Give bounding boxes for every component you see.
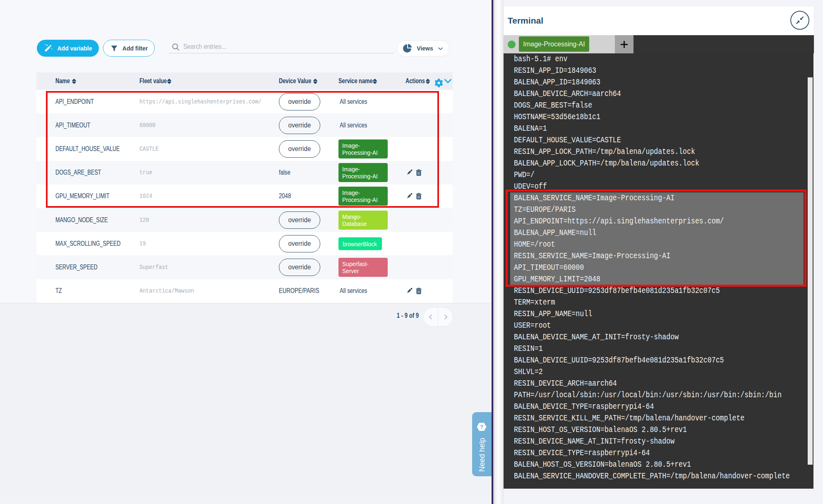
svg-text:?: ?	[480, 424, 483, 430]
